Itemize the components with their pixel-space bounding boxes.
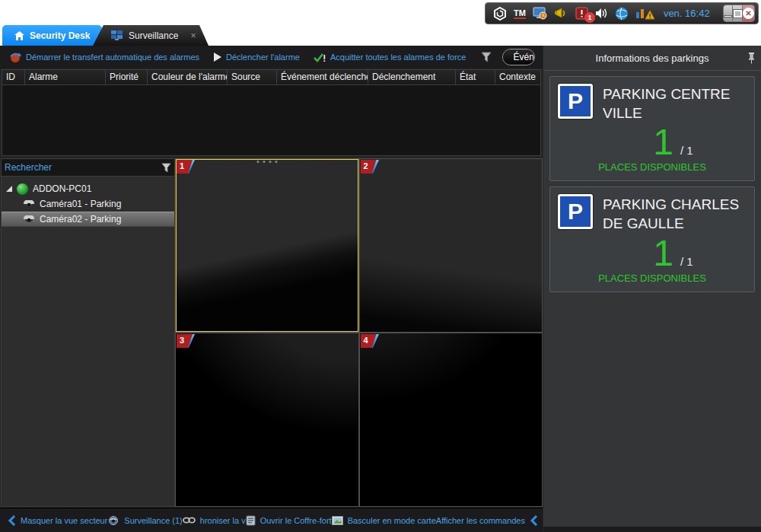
search-input[interactable]: [5, 162, 161, 173]
active-alarm-icon[interactable]: 1: [575, 7, 588, 20]
speaker-icon[interactable]: [595, 8, 608, 19]
search-funnel-icon[interactable]: [161, 163, 171, 173]
home-icon: [14, 31, 24, 40]
video-tile-2[interactable]: 2: [360, 159, 543, 332]
column-id[interactable]: ID: [2, 70, 25, 84]
column-contexte[interactable]: Contexte: [495, 70, 540, 84]
notification-tray: TM 1 ven. 16:42 ✕: [485, 2, 759, 24]
surveillance-task-label: Surveillance (1): [124, 516, 182, 525]
parking-card-centre-ville[interactable]: P PARKING CENTRE VILLE 1 / 1 PLACES DISP…: [549, 76, 755, 181]
alarm-toolbar: Démarrer le transfert automatique des al…: [0, 46, 543, 68]
main-area: Démarrer le transfert automatique des al…: [0, 46, 761, 532]
genetec-logo-icon: [493, 7, 507, 21]
parking-info-panel: Informations des parkings P PARKING CENT…: [543, 46, 761, 532]
chevron-left-icon: [8, 515, 16, 526]
hide-area-view-label: Masquer la vue secteur: [21, 516, 107, 525]
acknowledge-all-alarms-label: Acquitter toutes les alarmes de force: [330, 53, 466, 62]
alarm-count-badge: 1: [584, 12, 595, 23]
close-button[interactable]: ✕: [743, 5, 754, 21]
tab-security-desk-label: Security Desk: [30, 30, 90, 41]
column-priorite[interactable]: Priorité: [106, 70, 148, 84]
tab-close-icon[interactable]: ×: [190, 30, 196, 41]
video-tile-4[interactable]: 4: [360, 333, 543, 506]
parking-sign-icon: P: [558, 84, 593, 119]
column-declenchement[interactable]: Déclenchement: [368, 70, 456, 84]
hide-area-view-button[interactable]: Masquer la vue secteur: [8, 515, 107, 526]
play-icon: [213, 53, 221, 62]
available-count: 1: [653, 235, 673, 272]
alarm-list: ID Alarme Priorité Couleur de l'alarme S…: [2, 69, 541, 156]
server-icon: [17, 183, 28, 195]
parking-card-charles-de-gaulle[interactable]: P PARKING CHARLES DE GAULLE 1 / 1 PLACES…: [549, 186, 755, 291]
surveillance-task-button[interactable]: Surveillance (1): [107, 516, 182, 525]
filter-button[interactable]: [475, 50, 498, 64]
tab-surveillance-label: Surveillance: [129, 30, 178, 41]
column-evenement-declencheur[interactable]: Événement déclencheur: [277, 70, 368, 84]
synchronize-video-label: hroniser la v: [200, 516, 246, 525]
alarm-list-body[interactable]: [2, 85, 540, 155]
surveillance-workspace: Démarrer le transfert automatique des al…: [0, 46, 543, 532]
start-alarm-transfer-button[interactable]: Démarrer le transfert automatique des al…: [5, 49, 204, 65]
video-tile-1[interactable]: 1: [176, 159, 358, 332]
trigger-alarm-label: Déclencher l'alarme: [226, 53, 300, 62]
available-label: PLACES DISPONIBLES: [558, 161, 747, 173]
show-commands-button[interactable]: Afficher les commandes: [436, 515, 538, 526]
check-exclaim-icon: [314, 53, 326, 62]
tree-item-camera01[interactable]: Caméra01 - Parking: [2, 196, 174, 212]
tile-number-badge: 4: [361, 334, 384, 348]
funnel-icon: [481, 52, 492, 62]
tree-item-camera01-label: Caméra01 - Parking: [40, 199, 121, 209]
events-alarms-toggle: Événements Alarmes: [502, 49, 535, 65]
show-commands-label: Afficher les commandes: [436, 516, 525, 525]
globe-icon[interactable]: [615, 7, 629, 21]
minimize-button[interactable]: [724, 5, 734, 21]
task-tabs: Security Desk Surveillance ×: [0, 25, 761, 46]
tile-number-badge: 1: [177, 160, 199, 174]
transfer-icon: [9, 51, 21, 63]
window-bottom-edge: [543, 527, 761, 532]
parking-name: PARKING CHARLES DE GAULLE: [603, 194, 747, 233]
expander-icon[interactable]: [6, 186, 12, 192]
synchronize-video-button[interactable]: hroniser la v: [183, 516, 246, 525]
camera-icon: [23, 215, 35, 224]
available-label: PLACES DISPONIBLES: [558, 272, 747, 284]
toggle-events[interactable]: Événements: [503, 49, 535, 65]
tree-item-camera02[interactable]: Caméra02 - Parking: [2, 212, 174, 227]
trigger-alarm-button[interactable]: Déclencher l'alarme: [209, 50, 304, 64]
search-bar: [2, 159, 174, 177]
horn-icon[interactable]: [554, 8, 568, 19]
column-etat[interactable]: État: [456, 70, 495, 84]
clock: ven. 16:42: [664, 8, 710, 19]
column-alarme[interactable]: Alarme: [25, 70, 106, 84]
levels-warning-icon[interactable]: [635, 7, 655, 20]
column-couleur-alarme[interactable]: Couleur de l'alarme: [148, 70, 228, 84]
monitor-camera-icon: [107, 516, 119, 525]
tm-label: TM: [514, 8, 526, 19]
tile-number-badge: 2: [361, 160, 384, 174]
parking-panel-title: Informations des parkings: [596, 53, 709, 64]
parking-panel-header: Informations des parkings: [543, 46, 761, 71]
parking-sign-icon: P: [558, 194, 593, 229]
vault-document-icon: [246, 515, 256, 526]
tree-item-server[interactable]: ADDON-PC01: [2, 181, 174, 196]
toggle-map-mode-button[interactable]: Basculer en mode carte: [332, 516, 436, 525]
workspace-bottom-bar: Masquer la vue secteur Surveillance (1) …: [0, 508, 543, 532]
map-picture-icon: [332, 516, 343, 525]
acknowledge-all-alarms-button[interactable]: Acquitter toutes les alarmes de force: [309, 50, 471, 65]
column-source[interactable]: Source: [228, 70, 277, 84]
window-controls: ✕: [723, 5, 755, 22]
workstation-icon[interactable]: [533, 7, 547, 20]
tree-item-camera02-label: Caméra02 - Parking: [40, 214, 121, 225]
maximize-button[interactable]: [733, 5, 743, 21]
open-vault-button[interactable]: Ouvrir le Coffre-fort: [246, 515, 332, 526]
tab-surveillance[interactable]: Surveillance ×: [93, 25, 209, 46]
tile-number-badge: 3: [177, 334, 199, 348]
tab-security-desk[interactable]: Security Desk: [2, 25, 102, 46]
tile-canvas: 1 2 3: [175, 158, 543, 507]
video-wall-icon: [111, 30, 123, 40]
alarm-list-header: ID Alarme Priorité Couleur de l'alarme S…: [2, 70, 540, 85]
tile-drag-handle-icon[interactable]: [256, 161, 277, 163]
link-icon: [183, 517, 196, 524]
pin-icon[interactable]: [748, 52, 755, 64]
video-tile-3[interactable]: 3: [176, 333, 358, 506]
